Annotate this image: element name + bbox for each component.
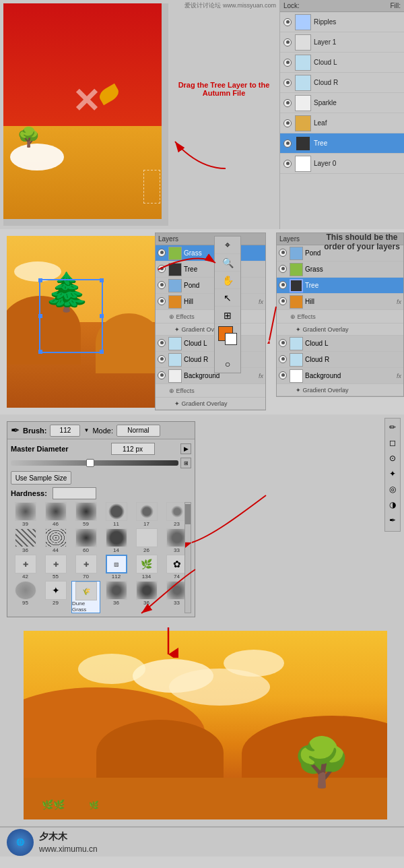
- tool-blur[interactable]: ◎: [386, 483, 399, 496]
- vis-bg-mid[interactable]: [158, 371, 167, 381]
- use-sample-size-btn[interactable]: Use Sample Size: [11, 471, 71, 485]
- handle-br[interactable]: [100, 350, 104, 354]
- visibility-icon-cloudl[interactable]: [282, 57, 293, 68]
- preset-42[interactable]: ✚ 42: [11, 555, 40, 580]
- preset-46[interactable]: 46: [41, 502, 70, 527]
- tool-lasso[interactable]: ⌖: [215, 237, 240, 254]
- visibility-icon-sparkle[interactable]: [282, 98, 293, 108]
- diameter-slider[interactable]: ⊞: [11, 458, 191, 468]
- tool-crop[interactable]: ⊞: [215, 307, 240, 324]
- preset-70[interactable]: ✚ 70: [71, 555, 100, 580]
- vis-cloudl-mid[interactable]: [158, 339, 167, 348]
- r-gradient-row-bg: ✦ Gradient Overlay: [277, 384, 403, 396]
- layer-thumb-cloudl: [295, 55, 311, 71]
- layer-row-leaf[interactable]: Leaf: [280, 113, 404, 133]
- handle-bl[interactable]: [38, 350, 42, 354]
- tool-mode[interactable]: ○: [215, 355, 240, 373]
- preset-59[interactable]: 59: [71, 502, 100, 527]
- preset-95[interactable]: 95: [11, 581, 40, 613]
- preset-17[interactable]: 17: [132, 502, 161, 527]
- tool-pencil[interactable]: ✏: [386, 421, 399, 434]
- tool-eraser[interactable]: ◻: [386, 436, 399, 450]
- r-vis-pond[interactable]: [279, 249, 288, 258]
- tool-select[interactable]: ↖: [215, 289, 240, 307]
- slider-thumb[interactable]: [86, 459, 94, 467]
- r-vis-cloudr[interactable]: [279, 355, 288, 365]
- layer-grass[interactable]: Grass: [156, 245, 265, 261]
- vis-hill[interactable]: [158, 297, 167, 307]
- r-vis-hill[interactable]: [279, 297, 288, 307]
- r-thumb-grass: [290, 263, 303, 276]
- preset-14[interactable]: 14: [102, 528, 131, 553]
- vis-cloudr-mid[interactable]: [158, 355, 167, 365]
- handle-mr[interactable]: [100, 314, 104, 318]
- preset-29[interactable]: ✦ 29: [41, 581, 70, 613]
- vis-pond[interactable]: [158, 281, 167, 290]
- preset-dune-grass[interactable]: 🌾 Dune Grass: [71, 581, 100, 613]
- vis-tree-mid[interactable]: [158, 265, 167, 274]
- preset-112[interactable]: ▨ 112: [102, 555, 131, 580]
- r-vis-bg[interactable]: [279, 371, 288, 381]
- layer-row-layer1[interactable]: Layer 1: [280, 32, 404, 53]
- tool-zoom[interactable]: 🔍: [215, 254, 240, 272]
- r-effect-row-hill: ⊕ Effects: [277, 310, 403, 323]
- preset-55[interactable]: ✚ 55: [41, 555, 70, 580]
- tool-dodge[interactable]: ◑: [386, 498, 399, 512]
- scroll-bar-vertical[interactable]: [162, 3, 168, 226]
- preset-60[interactable]: 60: [71, 528, 100, 553]
- brush-dropdown-icon[interactable]: ▼: [83, 427, 89, 433]
- layer-hill[interactable]: Hill fx: [156, 294, 265, 310]
- preset-39[interactable]: 39: [11, 502, 40, 527]
- tool-stamp[interactable]: ⊙: [386, 452, 399, 465]
- diameter-arrow-btn[interactable]: ▶: [180, 443, 191, 454]
- preset-44[interactable]: 44: [41, 528, 70, 553]
- layer-bg-mid[interactable]: Background fx: [156, 368, 265, 384]
- visibility-icon-layer1[interactable]: [282, 37, 293, 48]
- preset-r36[interactable]: 36: [102, 581, 131, 613]
- layer-row-ripples[interactable]: Ripples: [280, 12, 404, 32]
- thumb-hill: [168, 295, 182, 309]
- slider-expand-btn[interactable]: ⊞: [180, 458, 191, 468]
- preset-36[interactable]: 36: [11, 528, 40, 553]
- preset-134[interactable]: 🌿 134: [132, 555, 161, 580]
- handle-tr[interactable]: [100, 278, 104, 282]
- r-layer-bg[interactable]: Background fx: [277, 368, 403, 384]
- tool-hand[interactable]: ✋: [215, 272, 240, 289]
- r-vis-grass[interactable]: [279, 265, 288, 274]
- background-color[interactable]: [225, 333, 237, 345]
- layer-row-cloudr[interactable]: Cloud R: [280, 73, 404, 93]
- handle-ml[interactable]: [38, 314, 42, 318]
- mode-dropdown[interactable]: Normal: [116, 425, 160, 437]
- preset-r36b[interactable]: 36: [132, 581, 161, 613]
- visibility-icon-cloudr[interactable]: [282, 78, 293, 88]
- r-layer-hill[interactable]: Hill fx: [277, 294, 403, 310]
- hardness-value[interactable]: [53, 487, 96, 499]
- layer-row-layer0[interactable]: Layer 0: [280, 154, 404, 174]
- r-vis-tree[interactable]: [279, 281, 288, 290]
- r-layer-grass[interactable]: Grass: [277, 261, 403, 278]
- presets-scrollbar[interactable]: [184, 502, 191, 613]
- layer-tree-mid[interactable]: Tree: [156, 261, 265, 278]
- layer-pond[interactable]: Pond: [156, 278, 265, 294]
- layer-row-sparkle[interactable]: Sparkle: [280, 93, 404, 113]
- layer-cloudr-mid[interactable]: Cloud R: [156, 352, 265, 368]
- tool-pen[interactable]: ✒: [386, 514, 399, 527]
- layer-row-cloudl[interactable]: Cloud L: [280, 53, 404, 73]
- layer-cloudl-mid[interactable]: Cloud L: [156, 336, 265, 352]
- r-vis-cloudl[interactable]: [279, 339, 288, 348]
- master-diameter-value[interactable]: 112 px: [111, 443, 155, 455]
- tool-heal[interactable]: ✦: [386, 467, 399, 480]
- r-layer-cloudr[interactable]: Cloud R: [277, 352, 403, 368]
- preset-11[interactable]: 11: [102, 502, 131, 527]
- vis-grass[interactable]: [158, 249, 167, 258]
- visibility-icon-layer0[interactable]: [282, 158, 293, 169]
- visibility-icon-tree[interactable]: [282, 138, 293, 149]
- r-layer-cloudl[interactable]: Cloud L: [277, 336, 403, 352]
- layer-row-tree[interactable]: Tree: [280, 133, 404, 154]
- r-layer-tree[interactable]: Tree: [277, 278, 403, 294]
- scroll-bar-horizontal[interactable]: [3, 219, 168, 226]
- visibility-icon-ripples[interactable]: [282, 17, 293, 28]
- visibility-icon-leaf[interactable]: [282, 118, 293, 129]
- preset-26[interactable]: 26: [132, 528, 161, 553]
- handle-tl[interactable]: [38, 278, 42, 282]
